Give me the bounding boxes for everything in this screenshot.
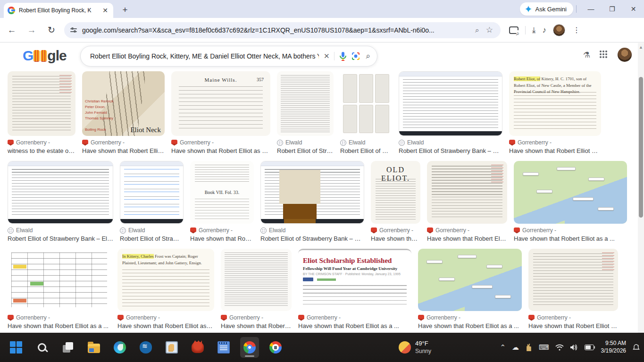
page-scrollbar[interactable]: ▲ xyxy=(638,43,644,333)
result-thumbnail[interactable] xyxy=(340,71,392,136)
image-result[interactable]: Gorrenberry -Have shown that Robert Elli… xyxy=(427,161,507,242)
weather-widget[interactable]: 49°F Sunny xyxy=(399,340,431,354)
image-result[interactable]: Christian Remick Peter Dixon John Fernal… xyxy=(82,71,165,154)
tray-hand-icon[interactable] xyxy=(525,344,533,351)
result-thumbnail[interactable] xyxy=(120,161,184,224)
search-query[interactable]: Robert Elliot Boyling Rock, Kittery, ME … xyxy=(90,52,319,60)
chrome-button-active[interactable] xyxy=(240,337,259,358)
result-thumbnail[interactable]: Maine Wills.357 xyxy=(171,71,270,136)
result-thumbnail[interactable] xyxy=(8,249,111,311)
search-labs-icon[interactable]: ⚗ xyxy=(583,50,590,60)
image-result[interactable]: OLD ELIOT.Gorrenberry -Have shown that R… xyxy=(371,161,420,242)
image-result[interactable]: Gorrenberry -witness to the estate of Ar… xyxy=(8,71,75,154)
battery-icon[interactable] xyxy=(585,345,595,350)
result-thumbnail[interactable]: In Kittery, Charles Frost was Captain; R… xyxy=(117,249,214,311)
volume-icon[interactable] xyxy=(570,344,578,351)
back-button[interactable]: ← xyxy=(4,22,20,38)
result-thumbnail[interactable]: OLD ELIOT. xyxy=(371,161,420,224)
result-thumbnail[interactable] xyxy=(8,161,113,224)
result-thumbnail[interactable]: Robert Eliot, of Kittery, H. C. 1701, so… xyxy=(509,71,601,136)
result-caption-block: Gorrenberry -Have shown that Robert Elli… xyxy=(298,314,411,329)
scrollbar-thumb[interactable] xyxy=(639,77,643,218)
vnc-viewer-button[interactable] xyxy=(162,337,181,358)
new-tab-button[interactable]: + xyxy=(119,4,131,16)
touch-keyboard-icon[interactable]: ⌨ xyxy=(539,343,549,352)
image-result[interactable]: ElwaldRobert Elliot of Strawberry Bank –… xyxy=(260,161,364,242)
image-result[interactable]: Gorrenberry -Have shown that Robert Elli… xyxy=(221,249,292,329)
notepad-button[interactable] xyxy=(214,337,233,358)
edge-button[interactable] xyxy=(110,337,129,358)
image-result[interactable]: ElwaldRobert Elliot of Strawberr... xyxy=(120,161,184,242)
close-button[interactable]: ✕ xyxy=(623,5,644,13)
downloads-icon[interactable]: ⤓ xyxy=(532,25,536,35)
google-doodle-logo[interactable]: G gle xyxy=(23,48,67,64)
voice-search-icon[interactable] xyxy=(339,51,347,61)
reload-button[interactable]: ↻ xyxy=(43,22,59,38)
taskbar-clock[interactable]: 9:50 AM 3/19/2026 xyxy=(601,340,626,354)
result-thumbnail[interactable] xyxy=(514,161,627,224)
file-explorer-button[interactable] xyxy=(84,337,103,358)
openoffice-button[interactable] xyxy=(136,337,155,358)
google-lens-icon[interactable] xyxy=(351,52,360,60)
result-thumbnail[interactable]: Eliot Scholarship EstablishedFellowship … xyxy=(298,249,411,311)
address-bar[interactable]: google.com/search?sa=X&sca_esv=f818ef0c6… xyxy=(64,22,501,38)
result-thumbnail[interactable]: Book VII. Fol. 33. xyxy=(190,161,254,224)
result-thumbnail[interactable] xyxy=(399,71,502,136)
result-thumbnail[interactable] xyxy=(277,71,334,136)
clear-search-icon[interactable]: ✕ xyxy=(324,52,335,60)
image-result[interactable]: ElwaldRobert Elliot of Stra... xyxy=(277,71,334,154)
image-result[interactable]: In Kittery, Charles Frost was Captain; R… xyxy=(117,249,214,329)
image-result[interactable]: Gorrenberry -Have shown that Robert Elli… xyxy=(528,249,618,329)
scrollbar-up-icon[interactable]: ▲ xyxy=(638,45,644,50)
image-result[interactable]: Robert Eliot, of Kittery, H. C. 1701, so… xyxy=(509,71,601,154)
result-thumbnail[interactable] xyxy=(528,249,618,311)
tray-chevron-icon[interactable]: ⌃ xyxy=(500,343,506,352)
result-thumbnail[interactable]: Christian Remick Peter Dixon John Fernal… xyxy=(82,71,165,136)
image-result[interactable]: Gorrenberry -Have shown that Robert Elli… xyxy=(418,249,522,329)
start-button[interactable] xyxy=(7,337,25,358)
image-result[interactable]: ElwaldRobert Elliot of Strawb... xyxy=(340,71,392,154)
result-thumbnail[interactable] xyxy=(221,249,292,311)
result-thumbnail[interactable] xyxy=(427,161,507,224)
onedrive-cloud-icon[interactable]: ☁ xyxy=(512,343,519,352)
result-caption-block: Gorrenberry -Have shown that Robert Elli… xyxy=(427,227,507,242)
taskbar-search-button[interactable] xyxy=(33,337,51,358)
menu-kebab-icon[interactable]: ⋮ xyxy=(573,25,580,34)
game-button[interactable] xyxy=(188,337,207,358)
image-result[interactable]: Maine Wills.357Gorrenberry -Have shown t… xyxy=(171,71,270,154)
search-box[interactable]: Robert Elliot Boyling Rock, Kittery, ME … xyxy=(80,46,377,67)
omnibox-search-icon[interactable]: ⌕ xyxy=(475,26,479,34)
wifi-icon[interactable] xyxy=(555,344,564,351)
bookmark-star-icon[interactable]: ☆ xyxy=(486,25,493,35)
ask-gemini-button[interactable]: Ask Gemini xyxy=(520,2,573,16)
forward-button[interactable]: → xyxy=(24,22,40,38)
reading-list-icon[interactable]: ♪ xyxy=(543,25,547,35)
image-result[interactable]: Gorrenberry -Have shown that Robert Elli… xyxy=(8,249,111,329)
source-name: Gorrenberry - xyxy=(537,314,571,321)
google-apps-icon[interactable] xyxy=(600,51,608,59)
tab-close-icon[interactable]: ✕ xyxy=(101,6,109,15)
gorrenberry-favicon xyxy=(8,140,14,146)
profile-avatar[interactable] xyxy=(553,24,565,36)
result-thumbnail[interactable] xyxy=(260,161,364,224)
tab-search-icon[interactable] xyxy=(509,26,519,34)
image-result[interactable]: Book VII. Fol. 33.Gorrenberry -Have show… xyxy=(190,161,254,242)
site-settings-icon[interactable] xyxy=(70,26,77,34)
image-result[interactable]: ElwaldRobert Elliot of Strawberry Bank –… xyxy=(8,161,113,242)
result-thumbnail[interactable] xyxy=(8,71,75,136)
maximize-button[interactable]: ❐ xyxy=(602,5,623,13)
image-result[interactable]: Eliot Scholarship EstablishedFellowship … xyxy=(298,249,411,329)
account-avatar[interactable] xyxy=(618,48,632,62)
chrome-lock-button[interactable] xyxy=(266,337,285,358)
url-text[interactable]: google.com/search?sa=X&sca_esv=f818ef0c6… xyxy=(82,26,470,34)
gorrenberry-favicon xyxy=(514,227,520,234)
image-result[interactable]: ElwaldRobert Elliot of Strawberry Bank –… xyxy=(399,71,502,154)
image-result[interactable]: Gorrenberry -Have shown that Robert Elli… xyxy=(514,161,627,242)
minimize-button[interactable]: — xyxy=(580,5,602,13)
result-source-line: Gorrenberry - xyxy=(371,227,420,234)
browser-tab[interactable]: Robert Elliot Boyling Rock, K ✕ xyxy=(4,3,113,18)
search-submit-icon[interactable]: ⌕ xyxy=(366,51,370,61)
task-view-button[interactable] xyxy=(59,337,77,358)
notification-bell-icon[interactable]: z xyxy=(632,344,640,352)
result-thumbnail[interactable] xyxy=(418,249,522,311)
